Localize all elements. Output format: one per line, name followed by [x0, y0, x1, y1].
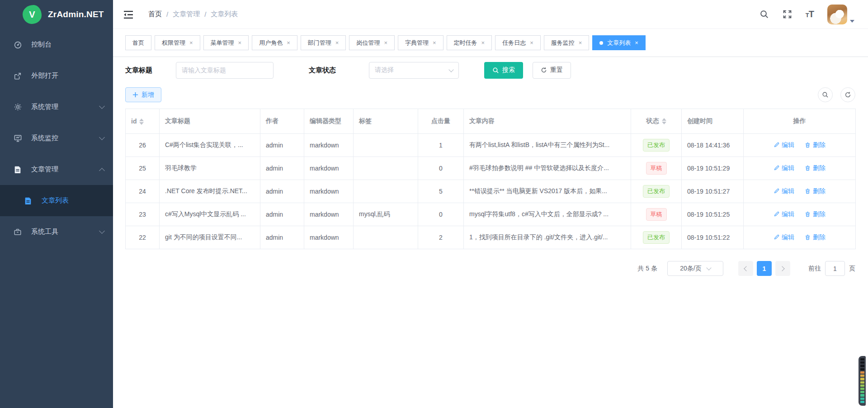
cell-actions: 编辑 删除	[744, 180, 856, 203]
sidebar-item-dashboard[interactable]: 控制台	[0, 29, 113, 60]
add-button[interactable]: 新增	[125, 87, 161, 102]
close-icon[interactable]: ×	[530, 40, 533, 46]
prev-page-button[interactable]	[738, 261, 753, 276]
status-badge: 已发布	[643, 231, 670, 244]
article-title-label: 文章标题	[125, 66, 152, 75]
sidebar-item-label: 控制台	[31, 40, 104, 49]
refresh-table-button[interactable]	[840, 87, 855, 102]
edit-link[interactable]: 编辑	[774, 141, 794, 149]
close-icon[interactable]: ×	[433, 40, 436, 46]
cell-status: 草稿	[631, 157, 682, 180]
delete-link[interactable]: 删除	[805, 233, 826, 242]
sidebar-item-system-management[interactable]: 系统管理	[0, 91, 113, 123]
goto-page: 前往 页	[808, 261, 855, 276]
page-size-select[interactable]: 20条/页	[667, 261, 723, 276]
delete-link[interactable]: 删除	[805, 210, 826, 218]
cell-actions: 编辑 删除	[744, 226, 856, 249]
avatar[interactable]	[827, 5, 847, 24]
cell-created: 08-18 14:41:36	[682, 134, 744, 157]
palette-widget[interactable]	[859, 356, 866, 406]
tab-article-list-active[interactable]: 文章列表×	[592, 35, 646, 50]
cell-id: 24	[126, 180, 160, 203]
sidebar-collapse-icon[interactable]	[123, 10, 133, 19]
tab-scheduled-tasks[interactable]: 定时任务×	[447, 35, 492, 50]
article-status-select[interactable]: 请选择	[369, 62, 459, 79]
delete-link[interactable]: 删除	[805, 141, 826, 149]
page-content: 文章标题 文章状态 请选择 搜索 重置	[113, 57, 868, 408]
cell-content: mysql字符集utf8，c#写入中文后，全部显示成? ...	[464, 203, 631, 226]
close-icon[interactable]: ×	[579, 40, 582, 46]
sidebar-subitem-article-list[interactable]: 文章列表	[0, 185, 113, 216]
trash-icon	[805, 211, 811, 217]
search-icon[interactable]	[760, 9, 769, 19]
sidebar-item-system-monitor[interactable]: 系统监控	[0, 123, 113, 154]
tab-permission-management[interactable]: 权限管理×	[155, 35, 200, 50]
monitor-icon	[13, 134, 22, 143]
caret-down-icon	[850, 20, 854, 23]
cell-editor: markdown	[304, 180, 354, 203]
close-icon[interactable]: ×	[238, 40, 242, 46]
pencil-icon	[774, 234, 779, 240]
search-icon	[822, 91, 829, 98]
cell-title: c#写入Mysql中文显示乱码 ...	[160, 203, 260, 226]
tab-post-management[interactable]: 岗位管理×	[349, 35, 395, 50]
tab-user-role[interactable]: 用户角色×	[252, 35, 297, 50]
tab-service-monitor[interactable]: 服务监控×	[544, 35, 590, 50]
search-form: 文章标题 文章状态 请选择 搜索 重置	[125, 62, 855, 79]
edit-link[interactable]: 编辑	[774, 187, 794, 195]
user-menu[interactable]	[827, 5, 854, 24]
cell-actions: 编辑 删除	[744, 134, 856, 157]
goto-page-input[interactable]	[825, 261, 845, 276]
close-icon[interactable]: ×	[635, 40, 638, 46]
pencil-icon	[774, 142, 779, 148]
article-title-input[interactable]	[176, 62, 274, 79]
fullscreen-icon[interactable]	[783, 9, 792, 19]
close-icon[interactable]: ×	[189, 40, 193, 46]
app-logo[interactable]: V ZrAdmin.NET	[0, 0, 113, 29]
tab-task-log[interactable]: 任务日志×	[495, 35, 541, 50]
breadcrumb-home[interactable]: 首页	[148, 10, 162, 19]
sidebar-item-label: 文章管理	[31, 165, 100, 174]
sidebar-item-article-management[interactable]: 文章管理	[0, 154, 113, 185]
trash-icon	[805, 188, 811, 194]
toggle-search-button[interactable]	[818, 87, 833, 102]
table-row: 24 .NET Core 发布时提示.NET... admin markdown…	[126, 180, 856, 203]
tab-department-management[interactable]: 部门管理×	[301, 35, 346, 50]
chevron-down-icon	[706, 265, 711, 270]
col-header-id[interactable]: id	[126, 109, 160, 134]
sort-icon[interactable]	[662, 118, 666, 124]
cell-clicks: 0	[418, 203, 464, 226]
edit-link[interactable]: 编辑	[774, 210, 794, 218]
col-header-status[interactable]: 状态	[631, 109, 682, 134]
chevron-down-icon	[99, 228, 105, 234]
cell-id: 22	[126, 226, 160, 249]
cell-clicks: 1	[418, 134, 464, 157]
tab-menu-management[interactable]: 菜单管理×	[203, 35, 249, 50]
header-actions: TT	[760, 5, 854, 24]
goto-label: 前往	[808, 265, 821, 273]
close-icon[interactable]: ×	[335, 40, 339, 46]
reset-button[interactable]: 重置	[533, 62, 571, 79]
close-icon[interactable]: ×	[481, 40, 485, 46]
close-icon[interactable]: ×	[384, 40, 387, 46]
sidebar-item-external-open[interactable]: 外部打开	[0, 60, 113, 91]
edit-link[interactable]: 编辑	[774, 233, 794, 242]
next-page-button[interactable]	[775, 261, 790, 276]
sidebar-item-system-tools[interactable]: 系统工具	[0, 216, 113, 247]
search-button[interactable]: 搜索	[484, 62, 523, 79]
delete-link[interactable]: 删除	[805, 164, 826, 172]
cell-id: 26	[126, 134, 160, 157]
edit-link[interactable]: 编辑	[774, 164, 794, 172]
delete-link[interactable]: 删除	[805, 187, 826, 195]
cell-tag	[354, 134, 418, 157]
close-icon[interactable]: ×	[287, 40, 290, 46]
sort-icon[interactable]	[139, 119, 144, 125]
current-page[interactable]: 1	[757, 261, 772, 276]
table-row: 26 C#两个list集合实现关联，... admin markdown 1 有…	[126, 134, 856, 157]
col-header-actions: 操作	[744, 109, 856, 134]
tab-dict-management[interactable]: 字典管理×	[398, 35, 443, 50]
tab-home[interactable]: 首页	[125, 35, 151, 50]
toolbox-icon	[13, 228, 22, 237]
cell-actions: 编辑 删除	[744, 203, 856, 226]
font-size-icon[interactable]: TT	[806, 9, 814, 19]
